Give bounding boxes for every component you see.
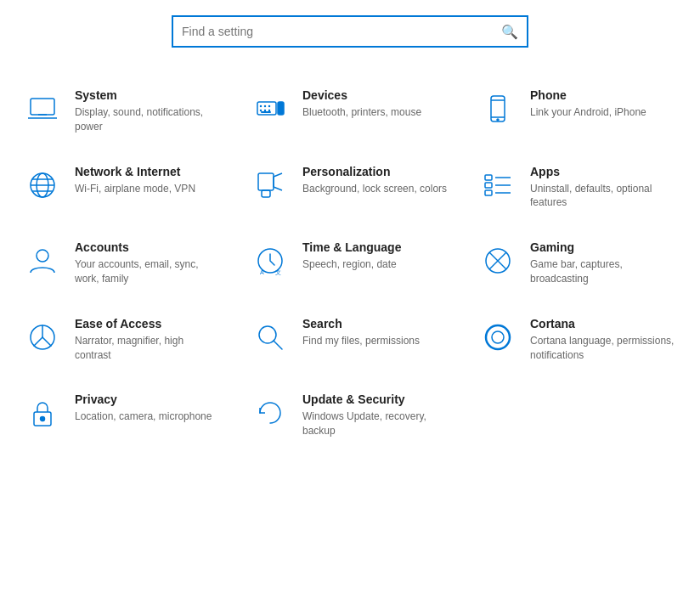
refresh-icon — [250, 393, 291, 433]
xbox-icon — [477, 240, 518, 281]
settings-item-phone[interactable]: Phone Link your Android, iPhone — [464, 73, 692, 150]
settings-title-update: Update & Security — [302, 393, 450, 406]
settings-item-cortana[interactable]: Cortana Cortana language, permissions, n… — [464, 302, 692, 378]
svg-line-21 — [274, 173, 282, 177]
settings-title-phone: Phone — [530, 88, 646, 102]
svg-point-41 — [492, 331, 504, 343]
settings-subtitle-network: Wi-Fi, airplane mode, VPN — [75, 182, 195, 196]
lock-icon — [22, 393, 63, 433]
settings-title-time: Time & Language — [302, 240, 401, 254]
settings-item-apps[interactable]: Apps Uninstall, defaults, optional featu… — [464, 150, 692, 226]
settings-subtitle-search: Find my files, permissions — [302, 334, 420, 348]
svg-line-39 — [274, 341, 282, 349]
cortana-icon — [477, 317, 518, 358]
settings-item-privacy[interactable]: Privacy Location, camera, microphone — [8, 377, 236, 454]
settings-subtitle-accounts: Your accounts, email, sync, work, family — [75, 257, 223, 286]
phone-icon — [477, 88, 518, 129]
laptop-icon — [22, 88, 63, 129]
settings-subtitle-time: Speech, region, date — [302, 257, 401, 272]
settings-title-accounts: Accounts — [75, 240, 223, 254]
settings-item-time[interactable]: A 文 Time & Language Speech, region, date — [236, 225, 464, 302]
settings-grid: System Display, sound, notifications, po… — [0, 73, 700, 454]
settings-title-devices: Devices — [302, 88, 421, 102]
settings-item-update[interactable]: Update & Security Windows Update, recove… — [236, 377, 464, 454]
svg-point-13 — [497, 119, 499, 121]
settings-subtitle-apps: Uninstall, defaults, optional features — [530, 182, 678, 211]
svg-rect-24 — [485, 175, 492, 180]
apps-icon — [477, 165, 518, 206]
settings-subtitle-privacy: Location, camera, microphone — [75, 409, 212, 424]
svg-point-30 — [37, 250, 48, 262]
globe-icon — [22, 165, 63, 206]
settings-item-gaming[interactable]: Gaming Game bar, captures, broadcasting — [464, 225, 692, 302]
settings-title-gaming: Gaming — [530, 240, 678, 254]
settings-subtitle-ease: Narrator, magnifier, high contrast — [75, 334, 223, 363]
settings-item-system[interactable]: System Display, sound, notifications, po… — [8, 73, 236, 150]
settings-subtitle-phone: Link your Android, iPhone — [530, 105, 646, 120]
settings-title-apps: Apps — [530, 165, 678, 178]
keyboard-icon — [250, 88, 291, 129]
brush-icon — [250, 165, 291, 206]
svg-rect-20 — [262, 190, 270, 197]
settings-title-cortana: Cortana — [530, 317, 678, 330]
ease-icon — [22, 317, 63, 358]
settings-item-devices[interactable]: Devices Bluetooth, printers, mouse — [236, 73, 464, 150]
settings-subtitle-personalization: Background, lock screen, colors — [302, 182, 447, 196]
settings-title-search: Search — [302, 317, 420, 330]
settings-item-ease[interactable]: Ease of Access Narrator, magnifier, high… — [8, 302, 236, 378]
settings-subtitle-update: Windows Update, recovery, backup — [302, 409, 450, 438]
settings-subtitle-system: Display, sound, notifications, power — [75, 105, 223, 134]
svg-point-43 — [41, 417, 45, 421]
search-icon — [250, 317, 291, 358]
svg-text:A: A — [260, 269, 264, 275]
settings-subtitle-devices: Bluetooth, printers, mouse — [302, 105, 421, 120]
settings-title-network: Network & Internet — [75, 165, 195, 178]
search-input[interactable] — [182, 25, 501, 38]
settings-title-personalization: Personalization — [302, 165, 447, 178]
settings-title-ease: Ease of Access — [75, 317, 223, 330]
svg-rect-2 — [278, 102, 284, 115]
person-icon — [22, 240, 63, 281]
svg-text:文: 文 — [275, 269, 281, 275]
settings-subtitle-gaming: Game bar, captures, broadcasting — [530, 257, 678, 286]
settings-item-search[interactable]: Search Find my files, permissions — [236, 302, 464, 378]
svg-point-40 — [486, 325, 510, 349]
settings-title-privacy: Privacy — [75, 393, 212, 406]
search-bar[interactable]: 🔍 — [172, 15, 528, 48]
settings-item-accounts[interactable]: Accounts Your accounts, email, sync, wor… — [8, 225, 236, 302]
svg-rect-25 — [485, 183, 492, 188]
svg-rect-26 — [485, 190, 492, 195]
svg-rect-19 — [258, 173, 274, 190]
clock-icon: A 文 — [250, 240, 291, 281]
svg-rect-0 — [31, 99, 54, 115]
search-icon[interactable]: 🔍 — [501, 24, 518, 40]
settings-title-system: System — [75, 88, 223, 102]
settings-subtitle-cortana: Cortana language, permissions, notificat… — [530, 334, 678, 363]
settings-item-personalization[interactable]: Personalization Background, lock screen,… — [236, 150, 464, 226]
svg-line-22 — [274, 187, 282, 190]
settings-item-network[interactable]: Network & Internet Wi-Fi, airplane mode,… — [8, 150, 236, 226]
